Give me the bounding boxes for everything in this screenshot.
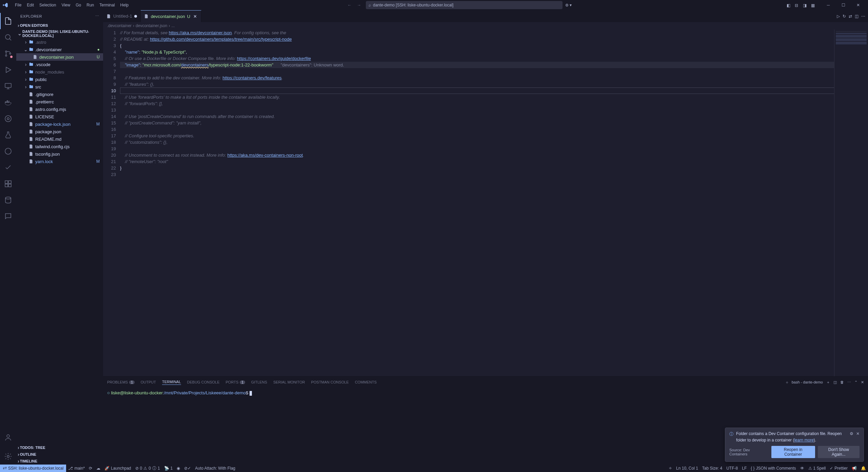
close-button[interactable]: ✕ bbox=[851, 0, 865, 10]
tree-item-package-lock-json[interactable]: package-lock.jsonM bbox=[16, 120, 103, 128]
status-check[interactable]: ⊘✓ bbox=[182, 465, 193, 472]
activity-explorer[interactable] bbox=[0, 13, 16, 29]
tree-item-package-json[interactable]: package.json bbox=[16, 128, 103, 135]
tree-item-tailwind-config-cjs[interactable]: tailwind.config.cjs bbox=[16, 143, 103, 150]
activity-accounts[interactable] bbox=[0, 429, 16, 446]
activity-database[interactable] bbox=[0, 192, 16, 208]
tree-item-src[interactable]: src bbox=[16, 83, 103, 91]
code-content[interactable]: // For format details, see https://aka.m… bbox=[120, 29, 868, 376]
panel-tab-problems[interactable]: PROBLEMS1 bbox=[107, 380, 135, 385]
status-encoding[interactable]: UTF-8 bbox=[724, 466, 740, 471]
breadcrumb[interactable]: .devcontainer›devcontainer.json›... bbox=[103, 22, 868, 29]
command-center[interactable]: ⌕ dante-demo [SSH: liske-ubuntu-docker.l… bbox=[366, 1, 563, 9]
status-sync[interactable]: ⟳ bbox=[87, 465, 94, 472]
code-line[interactable]: "name": "Node.js & TypeScript", bbox=[120, 49, 868, 55]
menu-go[interactable]: Go bbox=[73, 1, 84, 9]
reopen-in-container-button[interactable]: Reopen in Container bbox=[771, 446, 815, 458]
minimap[interactable] bbox=[834, 29, 868, 376]
code-line[interactable] bbox=[120, 68, 868, 75]
tab-close-icon[interactable]: ✕ bbox=[192, 14, 198, 19]
terminal-profile-label[interactable]: bash - dante-demo bbox=[792, 380, 823, 384]
code-line[interactable]: // "remoteUser": "root" bbox=[120, 158, 868, 165]
tree-item-readme-md[interactable]: README.md bbox=[16, 135, 103, 143]
code-line[interactable]: // Use 'postCreateCommand' to run comman… bbox=[120, 113, 868, 120]
code-line[interactable] bbox=[120, 87, 868, 94]
code-line[interactable]: // Use 'forwardPorts' to make a list of … bbox=[120, 94, 868, 100]
menu-view[interactable]: View bbox=[59, 1, 73, 9]
menu-terminal[interactable]: Terminal bbox=[97, 1, 117, 9]
panel-tab-comments[interactable]: COMMENTS bbox=[355, 380, 377, 385]
tree-item-astro-config-mjs[interactable]: astro.config.mjs bbox=[16, 105, 103, 113]
status-remote[interactable]: ⮂ SSH: liske-ubuntu-docker.local bbox=[0, 465, 66, 472]
section-todos[interactable]: TODOS: TREE bbox=[16, 444, 103, 451]
maximize-panel-icon[interactable]: ⌃ bbox=[854, 380, 857, 385]
tree-item-yarn-lock[interactable]: yarn.lockM bbox=[16, 158, 103, 165]
activity-gitlens[interactable] bbox=[0, 111, 16, 127]
menu-selection[interactable]: Selection bbox=[37, 1, 59, 9]
status-diagnostics[interactable]: ⊘0⚠0ⓘ1 bbox=[133, 465, 162, 472]
status-eol[interactable]: LF bbox=[740, 466, 749, 471]
code-line[interactable] bbox=[120, 145, 868, 152]
status-prettier[interactable]: ✓Prettier bbox=[828, 466, 850, 471]
code-line[interactable]: // "postCreateCommand": "yarn install", bbox=[120, 120, 868, 126]
learn-more-link[interactable]: learn more bbox=[794, 438, 813, 442]
code-line[interactable] bbox=[120, 126, 868, 133]
activity-todo[interactable] bbox=[0, 159, 16, 176]
diff-icon[interactable]: ⇄ bbox=[849, 14, 852, 19]
panel-tab-debug-console[interactable]: DEBUG CONSOLE bbox=[187, 380, 220, 385]
tree-item--gitignore[interactable]: .gitignore bbox=[16, 91, 103, 98]
code-line[interactable]: // "features": {}, bbox=[120, 81, 868, 87]
status-tab-size[interactable]: Tab Size: 4 bbox=[700, 466, 724, 471]
nav-back-icon[interactable]: ← bbox=[346, 2, 354, 8]
sidebar-more-icon[interactable]: ⋯ bbox=[95, 14, 99, 18]
minimize-button[interactable]: ─ bbox=[821, 0, 835, 10]
panel-tab-postman-console[interactable]: POSTMAN CONSOLE bbox=[311, 380, 349, 385]
activity-extensions[interactable] bbox=[0, 176, 16, 192]
status-live-server[interactable]: ◉ bbox=[175, 465, 182, 472]
dont-show-again-button[interactable]: Don't Show Again... bbox=[818, 446, 860, 458]
code-area[interactable]: 1234567891011121314151617181920212223 //… bbox=[103, 29, 868, 376]
more-icon[interactable]: ⋯ bbox=[847, 380, 851, 385]
status-branch[interactable]: ⎇main* bbox=[66, 465, 87, 472]
tree-item-node-modules[interactable]: node_modules bbox=[16, 68, 103, 76]
split-terminal-icon[interactable]: ◫ bbox=[833, 380, 837, 385]
layout-sidebar-left-icon[interactable]: ◧ bbox=[786, 2, 791, 8]
tree-item--vscode[interactable]: .vscode bbox=[16, 61, 103, 68]
activity-test[interactable] bbox=[0, 127, 16, 143]
code-line[interactable]: // For format details, see https://aka.m… bbox=[120, 29, 868, 36]
code-line[interactable]: // "customizations": {}, bbox=[120, 139, 868, 145]
breadcrumb-item[interactable]: devcontainer.json bbox=[136, 23, 167, 28]
menu-run[interactable]: Run bbox=[84, 1, 97, 9]
activity-docker[interactable] bbox=[0, 94, 16, 111]
status-cloud[interactable]: ☁ bbox=[94, 465, 102, 472]
tree-item--astro[interactable]: .astro bbox=[16, 38, 103, 46]
close-icon[interactable]: ✕ bbox=[856, 431, 860, 436]
code-line[interactable] bbox=[120, 107, 868, 113]
terminal-profile-icon[interactable]: ⟐ bbox=[786, 380, 788, 384]
code-line[interactable]: // Configure tool-specific properties. bbox=[120, 133, 868, 139]
section-outline[interactable]: OUTLINE bbox=[16, 451, 103, 458]
tree-item-devcontainer-json[interactable]: devcontainer.jsonU bbox=[16, 53, 103, 61]
activity-search[interactable] bbox=[0, 29, 16, 45]
status-ports[interactable]: 📡1 bbox=[162, 465, 175, 472]
panel-tab-terminal[interactable]: TERMINAL bbox=[162, 380, 181, 385]
breadcrumb-item[interactable]: ... bbox=[171, 23, 175, 28]
status-lang[interactable]: { }JSON with Comments bbox=[749, 466, 798, 471]
breadcrumb-item[interactable]: .devcontainer bbox=[107, 23, 132, 28]
status-spell[interactable]: ⚠1 Spell bbox=[806, 466, 828, 471]
tree-item-public[interactable]: public bbox=[16, 76, 103, 83]
tab-devcontainer-json[interactable]: devcontainer.jsonU✕ bbox=[141, 10, 202, 22]
layout-customize-icon[interactable]: ▦ bbox=[810, 2, 816, 8]
activity-remote-explorer[interactable] bbox=[0, 78, 16, 94]
activity-run-debug[interactable] bbox=[0, 62, 16, 78]
section-open-editors[interactable]: OPEN EDITORS bbox=[16, 22, 103, 29]
tree-item--devcontainer[interactable]: .devcontainer● bbox=[16, 46, 103, 53]
code-line[interactable] bbox=[120, 171, 868, 178]
panel-tab-serial-monitor[interactable]: SERIAL MONITOR bbox=[273, 380, 305, 385]
split-editor-icon[interactable]: ◫ bbox=[855, 14, 859, 19]
code-line[interactable]: // README at: https://github.com/devcont… bbox=[120, 36, 868, 42]
layout-panel-icon[interactable]: ⊟ bbox=[794, 2, 800, 8]
activity-chat[interactable] bbox=[0, 208, 16, 224]
maximize-button[interactable]: ☐ bbox=[836, 0, 850, 10]
menu-file[interactable]: File bbox=[12, 1, 24, 9]
